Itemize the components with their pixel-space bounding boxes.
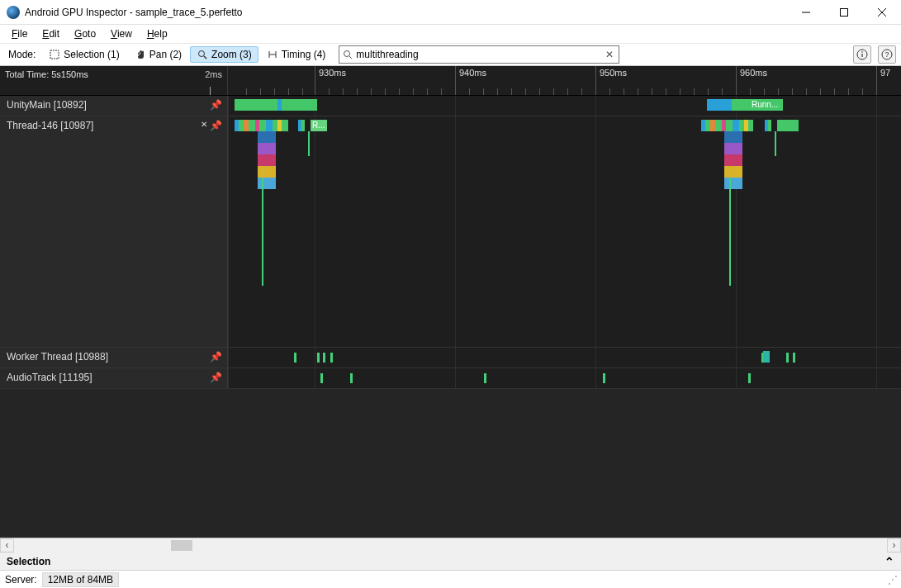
trace-tick[interactable] [484,373,486,383]
track-lane[interactable]: Runn... [228,96,901,116]
trace-segment[interactable] [726,120,733,131]
timeline-ruler[interactable]: Total Time: 5s150ms 2ms 930ms940ms950ms9… [0,66,901,96]
ruler-minor-tick [260,88,261,95]
search-box[interactable]: ✕ [339,45,619,64]
mode-pan[interactable]: Pan (2) [128,46,188,63]
resize-gripper-icon[interactable]: ⋰ [888,574,896,586]
menu-file[interactable]: File [5,26,34,41]
trace-segment[interactable] [282,120,288,131]
trace-tick[interactable] [603,373,605,383]
trace-segment[interactable] [715,120,722,131]
trace-tick[interactable] [350,373,353,383]
pin-icon[interactable]: 📌 [210,120,222,131]
trace-segment[interactable] [249,120,255,131]
trace-segment[interactable] [266,120,273,131]
pin-icon[interactable]: 📌 [210,99,222,111]
menu-help[interactable]: Help [140,26,174,41]
track-lane[interactable] [228,368,901,388]
ruler-minor-tick [750,88,751,95]
ruler-minor-tick [567,88,568,95]
trace-tick[interactable] [748,373,751,383]
trace-segment[interactable] [258,154,276,166]
scroll-track[interactable] [14,538,887,552]
trace-tick[interactable] [317,353,320,363]
horizontal-scrollbar[interactable]: ‹ › [0,538,901,552]
ruler-minor-tick [357,88,358,95]
trace-segment[interactable] [724,143,742,154]
trace-segment[interactable] [258,178,276,189]
trace-tick[interactable] [320,373,323,383]
track-label[interactable]: Worker Thread [10988] 📌 [0,348,228,368]
track-row-unitymain[interactable]: UnityMain [10892] 📌 Runn... [0,96,901,116]
trace-segment[interactable] [733,120,739,131]
trace-tick[interactable] [323,353,325,363]
trace-segment[interactable] [259,120,266,131]
trace-segment[interactable]: R... [311,120,327,131]
trace-tick[interactable] [294,353,296,363]
trace-tick[interactable] [786,353,789,363]
chevron-up-icon[interactable]: ⌃ [884,555,894,568]
trace-segment[interactable] [235,99,277,111]
pan-icon [135,49,146,60]
track-label[interactable]: AudioTrack [11195] 📌 [0,368,228,388]
ruler-minor-tick [441,88,442,95]
trace-segment[interactable]: Runn... [750,99,783,111]
trace-segment[interactable] [748,120,753,131]
trace-segment[interactable] [777,120,799,131]
menu-goto[interactable]: Goto [68,26,102,41]
pin-icon[interactable]: 📌 [210,351,222,363]
track-label[interactable]: Thread-146 [10987] ✕ 📌 [0,116,228,347]
trace-segment[interactable] [763,351,770,363]
mode-timing[interactable]: Timing (4) [260,46,333,63]
search-input[interactable] [356,46,600,63]
trace-tick[interactable] [729,178,731,286]
trace-tick[interactable] [330,353,333,363]
svg-point-13 [861,51,863,53]
ruler-minor-tick [553,88,554,95]
minimize-button[interactable] [787,0,825,25]
track-label[interactable]: UnityMain [10892] 📌 [0,96,228,116]
collapse-icon[interactable]: ✕ [201,120,207,129]
close-button[interactable] [863,0,901,25]
trace-segment[interactable] [301,120,305,131]
track-lane[interactable] [228,348,901,368]
maximize-button[interactable] [825,0,863,25]
mode-zoom[interactable]: Zoom (3) [190,46,258,63]
scroll-left-icon[interactable]: ‹ [0,538,14,552]
trace-segment[interactable] [732,99,750,111]
trace-segment[interactable] [768,120,771,131]
trace-segment[interactable] [286,99,317,111]
trace-segment[interactable] [724,131,742,143]
track-row-worker[interactable]: Worker Thread [10988] 📌 [0,348,901,368]
mode-selection[interactable]: Selection (1) [42,46,126,63]
trace-segment[interactable] [707,99,732,111]
trace-tick[interactable] [262,178,263,286]
trace-tick[interactable] [308,131,310,156]
info-button[interactable] [853,45,871,64]
tracks-area: UnityMain [10892] 📌 Runn... Thread-146 [… [0,96,901,389]
track-row-thread146[interactable]: Thread-146 [10987] ✕ 📌 R... [0,116,901,348]
scroll-thumb[interactable] [171,540,192,551]
trace-segment[interactable] [724,178,742,189]
trace-segment[interactable] [258,131,276,143]
ruler-scale[interactable]: 930ms940ms950ms960ms97 [228,66,901,95]
trace-tick[interactable] [793,353,795,363]
menu-view[interactable]: View [104,26,139,41]
scroll-right-icon[interactable]: › [887,538,901,552]
track-lane[interactable]: R... [228,116,901,347]
selection-panel-header[interactable]: Selection ⌃ [0,552,901,570]
window-title: Android GPU Inspector - sample_trace_5.p… [25,7,242,18]
menubar: File Edit Goto View Help [0,25,901,43]
trace-segment[interactable] [258,166,276,178]
menu-edit[interactable]: Edit [36,26,66,41]
trace-segment[interactable] [724,154,742,166]
trace-segment[interactable] [258,143,276,154]
trace-tick[interactable] [775,131,776,156]
pin-icon[interactable]: 📌 [210,372,222,383]
trace-segment[interactable] [724,166,742,178]
track-row-audio[interactable]: AudioTrack [11195] 📌 [0,368,901,389]
svg-text:?: ? [884,50,889,59]
svg-line-6 [204,56,206,59]
help-button[interactable]: ? [878,45,896,64]
clear-search-icon[interactable]: ✕ [600,49,619,60]
